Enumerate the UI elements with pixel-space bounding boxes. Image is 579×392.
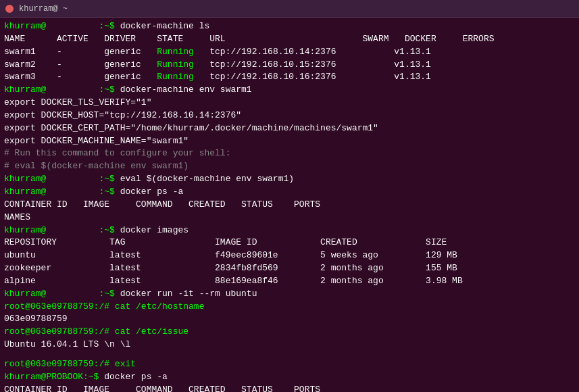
terminal-line: zookeeper latest 2834fb8fd569 2 months a… bbox=[4, 262, 575, 275]
terminal-line: khurram@ :~$ docker ps -a bbox=[4, 186, 575, 199]
terminal[interactable]: khurram@ :~$ docker-machine lsNAME ACTIV… bbox=[0, 18, 579, 392]
terminal-line: khurram@ :~$ docker-machine env swarm1 bbox=[4, 84, 575, 97]
terminal-line: ubuntu latest f49eec89601e 5 weeks ago 1… bbox=[4, 249, 575, 262]
terminal-line: khurram@ :~$ docker images bbox=[4, 224, 575, 237]
terminal-line: khurram@ :~$ docker run -it --rm ubuntu bbox=[4, 288, 575, 301]
terminal-line: NAME ACTIVE DRIVER STATE URL SWARM DOCKE… bbox=[4, 33, 575, 46]
terminal-line: export DOCKER_HOST="tcp://192.168.10.14:… bbox=[4, 109, 575, 122]
terminal-line: root@063e09788759:/# cat /etc/issue bbox=[4, 326, 575, 339]
terminal-line: Ubuntu 16.04.1 LTS \n \l bbox=[4, 339, 575, 351]
terminal-line: export DOCKER_TLS_VERIFY="1" bbox=[4, 97, 575, 109]
terminal-line: khurram@PROBOOK:~$ docker ps -a bbox=[4, 371, 575, 384]
terminal-line: khurram@ :~$ docker-machine ls bbox=[4, 20, 575, 33]
terminal-line: swarm3 - generic Running tcp://192.168.1… bbox=[4, 71, 575, 84]
terminal-line: alpine latest 88e169ea8f46 2 months ago … bbox=[4, 275, 575, 288]
terminal-line: # eval $(docker-machine env swarm1) bbox=[4, 160, 575, 173]
terminal-line: # Run this command to configure your she… bbox=[4, 147, 575, 160]
terminal-line: export DOCKER_CERT_PATH="/home/khurram/.… bbox=[4, 122, 575, 135]
terminal-line bbox=[4, 351, 575, 358]
terminal-line: root@063e09788759:/# cat /etc/hostname bbox=[4, 301, 575, 314]
terminal-line: CONTAINER ID IMAGE COMMAND CREATED STATU… bbox=[4, 384, 575, 392]
terminal-line: 063e09788759 bbox=[4, 313, 575, 326]
terminal-line: CONTAINER ID IMAGE COMMAND CREATED STATU… bbox=[4, 199, 575, 212]
terminal-line: khurram@ :~$ eval $(docker-machine env s… bbox=[4, 173, 575, 186]
terminal-line: REPOSITORY TAG IMAGE ID CREATED SIZE bbox=[4, 237, 575, 249]
terminal-line: swarm2 - generic Running tcp://192.168.1… bbox=[4, 59, 575, 72]
terminal-line: swarm1 - generic Running tcp://192.168.1… bbox=[4, 46, 575, 59]
terminal-line: export DOCKER_MACHINE_NAME="swarm1" bbox=[4, 135, 575, 148]
terminal-line: NAMES bbox=[4, 212, 575, 224]
title-text: khurram@ ~ bbox=[19, 4, 68, 14]
title-dot bbox=[5, 5, 14, 13]
title-bar: khurram@ ~ bbox=[0, 0, 579, 18]
terminal-line: root@063e09788759:/# exit bbox=[4, 358, 575, 371]
